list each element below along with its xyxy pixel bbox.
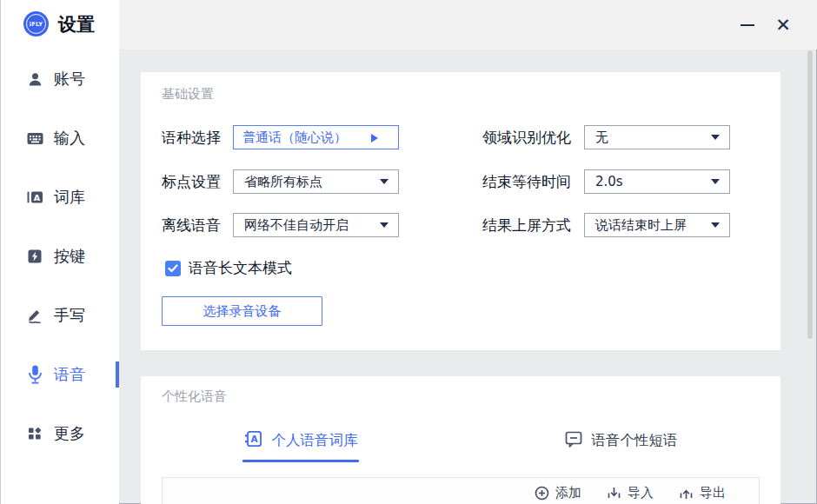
sidebar: iFLY 设置 账号 输入 A 词库 按键 (0, 0, 119, 504)
sidebar-item-label: 按键 (54, 246, 85, 267)
tool-label: 导出 (700, 485, 726, 501)
titlebar (119, 0, 817, 50)
tab-label: 语音个性短语 (592, 431, 678, 450)
sidebar-item-lexicon[interactable]: A 词库 (0, 182, 119, 212)
lexicon-table: 添加 导入 导出 (162, 477, 760, 504)
active-indicator (116, 361, 119, 388)
dropdown-value: 省略所有标点 (234, 174, 322, 190)
sidebar-item-handwriting[interactable]: 手写 (0, 301, 119, 330)
result-display-label: 结果上屏方式 (482, 213, 571, 237)
keyboard-icon (25, 132, 44, 145)
basic-settings-card: 基础设置 语种选择 普通话（随心说） 领域识别优化 无 标点设置 省略所有标点 … (141, 72, 780, 350)
checkbox-checked-icon[interactable] (165, 261, 181, 276)
import-button[interactable]: 导入 (607, 485, 654, 501)
tab-voice-phrases[interactable]: 语音个性短语 (461, 419, 780, 462)
page-title: 设置 (58, 12, 95, 36)
more-grid-icon (25, 427, 44, 441)
punctuation-dropdown[interactable]: 省略所有标点 (233, 169, 399, 194)
chevron-down-icon (380, 222, 389, 228)
sidebar-item-voice[interactable]: 语音 (0, 360, 119, 389)
basic-section-title: 基础设置 (162, 86, 214, 103)
export-icon (679, 486, 694, 501)
phrase-bubble-icon (564, 430, 583, 452)
sidebar-item-more[interactable]: 更多 (0, 419, 119, 448)
active-tab-underline (242, 460, 359, 462)
select-recording-device-button[interactable]: 选择录音设备 (162, 296, 322, 326)
add-circle-icon (535, 486, 549, 501)
long-text-mode-label: 语音长文本模式 (189, 258, 292, 278)
domain-optimization-label: 领域识别优化 (482, 125, 571, 149)
offline-voice-label: 离线语音 (162, 213, 221, 237)
mic-icon (25, 365, 44, 384)
lexicon-toolbar: 添加 导入 导出 (535, 485, 726, 501)
tab-label: 个人语音词库 (272, 431, 358, 450)
domain-optimization-dropdown[interactable]: 无 (584, 125, 730, 149)
dropdown-value: 无 (585, 129, 608, 146)
punctuation-label: 标点设置 (162, 169, 221, 194)
close-icon: ✕ (775, 17, 791, 35)
tool-label: 导入 (628, 485, 654, 501)
vertical-scrollbar-thumb[interactable] (807, 50, 813, 339)
lightning-icon (25, 249, 44, 263)
pencil-icon (25, 308, 44, 323)
user-icon (25, 72, 44, 87)
dropdown-value: 说话结束时上屏 (585, 217, 687, 234)
sidebar-item-label: 输入 (54, 128, 85, 149)
dropdown-value: 2.0s (585, 174, 623, 189)
sidebar-nav: 账号 输入 A 词库 按键 手写 (0, 64, 119, 478)
add-button[interactable]: 添加 (535, 485, 581, 501)
end-wait-time-dropdown[interactable]: 2.0s (584, 169, 730, 194)
offline-voice-dropdown[interactable]: 网络不佳自动开启 (233, 213, 399, 237)
sidebar-item-label: 手写 (54, 305, 85, 326)
sidebar-item-hotkey[interactable]: 按键 (0, 242, 119, 271)
language-select-label: 语种选择 (162, 125, 221, 149)
personalized-voice-card: 个性化语音 A 个人语音词库 语音个性短语 添加 导入 (141, 376, 780, 504)
lexicon-a-icon: A (244, 429, 263, 452)
language-picker[interactable]: 普通话（随心说） (233, 125, 399, 149)
close-button[interactable]: ✕ (770, 12, 796, 38)
chevron-down-icon (711, 222, 720, 228)
sidebar-item-label: 语音 (54, 364, 85, 385)
expand-right-icon (371, 134, 378, 143)
language-picker-value: 普通话（随心说） (234, 129, 347, 146)
settings-window: { "window": { "title": "设置", "logo_text"… (0, 0, 817, 504)
svg-text:A: A (250, 434, 258, 444)
tab-personal-voice-lexicon[interactable]: A 个人语音词库 (141, 419, 461, 462)
long-text-mode-checkbox-row[interactable]: 语音长文本模式 (165, 258, 292, 278)
tool-label: 添加 (555, 485, 581, 501)
minimize-icon (741, 24, 754, 26)
end-wait-time-label: 结束等待时间 (482, 169, 571, 194)
sidebar-item-label: 词库 (54, 187, 85, 208)
chevron-down-icon (711, 179, 720, 184)
result-display-dropdown[interactable]: 说话结束时上屏 (584, 213, 730, 237)
import-icon (607, 486, 621, 501)
lexicon-icon: A (25, 190, 44, 204)
ifly-logo: iFLY (23, 11, 49, 36)
personal-tabs: A 个人语音词库 语音个性短语 (141, 419, 780, 462)
svg-text:A: A (34, 193, 41, 202)
chevron-down-icon (711, 135, 720, 140)
chevron-down-icon (380, 179, 389, 184)
app-header: iFLY 设置 (23, 11, 95, 36)
personal-section-title: 个性化语音 (162, 388, 227, 405)
sidebar-item-input[interactable]: 输入 (0, 123, 119, 153)
minimize-button[interactable] (734, 12, 761, 38)
sidebar-item-label: 更多 (54, 423, 85, 444)
logo-text: iFLY (30, 21, 43, 28)
dropdown-value: 网络不佳自动开启 (234, 217, 349, 234)
sidebar-item-label: 账号 (54, 69, 85, 90)
sidebar-item-account[interactable]: 账号 (0, 64, 119, 94)
export-button[interactable]: 导出 (679, 485, 726, 501)
